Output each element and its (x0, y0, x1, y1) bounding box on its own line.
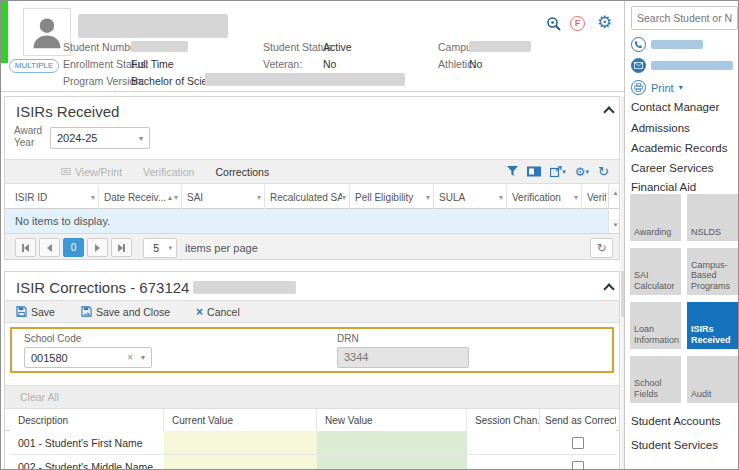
print-icon (631, 80, 646, 95)
award-year-select[interactable]: 2024-25 ▾ (50, 127, 150, 149)
col-verif-cut[interactable]: Verif (582, 185, 609, 209)
col-description: Description (10, 409, 164, 431)
print-button[interactable]: Print (651, 82, 674, 94)
grid-settings-gear-icon[interactable]: ⚙▾ (575, 165, 589, 179)
row-description: 001 - Student's First Name (10, 431, 164, 455)
award-year-value: 2024-25 (51, 132, 133, 144)
tile-school-fields[interactable]: School Fields (630, 356, 681, 403)
tile-loan-information[interactable]: Loan Information (630, 302, 681, 349)
grid-pager: 0 5 ▾ items per page ↻ (5, 233, 619, 260)
pager-last-button[interactable] (111, 238, 132, 257)
column-menu-icon[interactable]: ▾ (257, 193, 261, 202)
settings-gear-icon[interactable]: ⚙ (597, 14, 612, 31)
col-recalculated-sai[interactable]: Recalculated SAI▾ (265, 185, 350, 209)
session-changed-cell (467, 431, 540, 455)
collapse-chevron-icon[interactable] (603, 283, 614, 294)
current-value-cell[interactable] (164, 455, 317, 470)
tile-awarding[interactable]: Awarding (630, 194, 681, 241)
school-code-panel: School Code 001580 × ▾ DRN 3344 (10, 327, 614, 373)
export-icon[interactable]: ▾ (550, 166, 566, 177)
pager-next-button[interactable] (87, 238, 108, 257)
grid-refresh-icon[interactable]: ↻ (598, 164, 609, 179)
tile-isirs-received[interactable]: ISIRs Received (687, 302, 738, 349)
verification-tab[interactable]: Verification (143, 166, 194, 178)
collapse-chevron-icon[interactable] (603, 106, 614, 117)
col-date-received[interactable]: Date Receiv...▴▾ (99, 185, 182, 209)
new-value-cell[interactable] (317, 431, 467, 455)
tile-sai-calculator[interactable]: SAI Calculator (630, 248, 681, 295)
column-menu-icon[interactable]: ▾ (91, 193, 95, 202)
column-menu-icon[interactable]: ▾ (174, 193, 178, 202)
enrollment-status-value: Full Time (131, 58, 174, 70)
pager-refresh-button[interactable]: ↻ (590, 238, 613, 258)
save-button[interactable]: Save (16, 306, 55, 318)
col-pell-eligibility[interactable]: Pell Eligibility▾ (350, 185, 434, 209)
isirs-received-title: ISIRs Received (16, 103, 119, 120)
email-row[interactable] (631, 58, 733, 73)
filter-icon[interactable] (507, 166, 518, 177)
student-name-redacted (78, 14, 228, 38)
tile-campus-based-programs[interactable]: Campus-Based Programs (687, 248, 738, 295)
col-new-value: New Value (317, 409, 467, 431)
sidebar-item-admissions[interactable]: Admissions (631, 122, 690, 134)
sidebar-item-academic-records[interactable]: Academic Records (631, 142, 728, 154)
grid-scrollbar[interactable]: ▴ ▾ (608, 185, 620, 233)
col-isir-id[interactable]: ISIR ID▾ (10, 185, 99, 209)
isir-corrections-section: ISIR Corrections - 673124 Save Save and … (4, 271, 620, 470)
sidebar-item-financial-aid[interactable]: Financial Aid (631, 181, 696, 193)
school-code-select[interactable]: 001580 × ▾ (24, 347, 152, 368)
page-size-value: 5 (144, 242, 168, 254)
pager-current-page[interactable]: 0 (63, 238, 84, 257)
ferpa-flag-icon[interactable]: F (570, 16, 585, 31)
save-and-close-button[interactable]: Save and Close (81, 306, 170, 318)
column-menu-icon[interactable]: ▾ (574, 193, 578, 202)
sidebar-item-contact-manager[interactable]: Contact Manager (631, 101, 719, 113)
main-scrollbar[interactable] (621, 96, 624, 470)
corrections-tab[interactable]: Corrections (215, 166, 269, 178)
phone-row[interactable] (631, 37, 703, 52)
cancel-button[interactable]: × Cancel (196, 306, 240, 318)
scroll-up-icon[interactable]: ▴ (610, 187, 620, 199)
person-icon (29, 14, 65, 50)
sidebar-item-career-services[interactable]: Career Services (631, 162, 713, 174)
chevron-down-icon: ▾ (135, 353, 151, 362)
sidebar-item-student-services[interactable]: Student Services (631, 439, 718, 451)
view-print-button[interactable]: View/Print (61, 166, 122, 178)
clear-x-icon[interactable]: × (125, 352, 135, 363)
corrections-toolbar: Save Save and Close × Cancel (5, 300, 619, 323)
items-per-page-label: items per page (185, 242, 258, 254)
page-size-select[interactable]: 5 ▾ (143, 238, 177, 258)
scroll-down-icon[interactable]: ▾ (610, 219, 620, 231)
col-send-as-correction: Send as Correction (540, 409, 616, 431)
print-caret-icon: ▾ (679, 83, 683, 92)
school-code-value: 001580 (25, 352, 125, 364)
multiple-badge[interactable]: MULTIPLE (9, 59, 59, 73)
main-scrollbar-thumb[interactable] (621, 271, 624, 317)
column-menu-icon[interactable]: ▾ (499, 193, 503, 202)
phone-number-redacted (651, 40, 703, 49)
send-correction-checkbox[interactable] (572, 437, 584, 449)
drn-field: 3344 (337, 347, 469, 368)
phone-icon (631, 37, 646, 52)
current-value-cell[interactable] (164, 431, 317, 455)
tile-nslds[interactable]: NSLDS (687, 194, 738, 241)
column-menu-icon[interactable]: ▾ (342, 193, 346, 202)
col-sai[interactable]: SAI▾ (182, 185, 265, 209)
row-description: 002 - Student's Middle Name (10, 455, 164, 470)
drn-label: DRN (337, 333, 359, 344)
col-verification[interactable]: Verification▾ (507, 185, 582, 209)
sidebar-item-student-accounts[interactable]: Student Accounts (631, 415, 721, 427)
tile-audit[interactable]: Audit (687, 356, 738, 403)
send-correction-checkbox[interactable] (572, 461, 584, 470)
col-sula[interactable]: SULA▾ (434, 185, 507, 209)
search-input[interactable] (631, 6, 738, 30)
pager-first-button[interactable] (15, 238, 36, 257)
zoom-search-icon[interactable] (546, 16, 562, 32)
clear-all-button[interactable]: Clear All (20, 391, 59, 403)
pager-prev-button[interactable] (39, 238, 60, 257)
column-menu-icon[interactable]: ▾ (426, 193, 430, 202)
column-panel-icon[interactable] (527, 166, 541, 177)
new-value-cell[interactable] (317, 455, 467, 470)
print-row[interactable]: Print ▾ (631, 80, 683, 95)
veteran-label: Veteran: (263, 58, 302, 70)
